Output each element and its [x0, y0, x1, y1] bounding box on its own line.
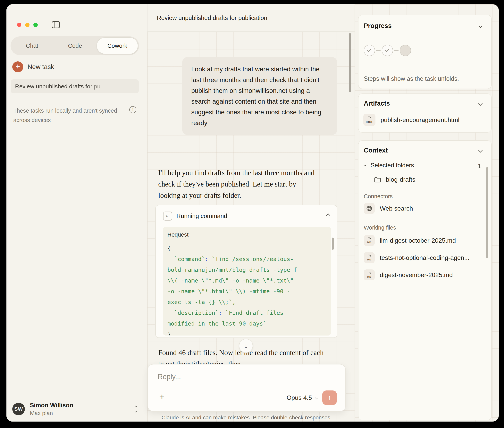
working-file-name: tests-not-optional-coding-agen... [380, 254, 469, 261]
context-card: Context Selected folders 1 blog-drafts C… [358, 140, 492, 420]
artifacts-title: Artifacts [364, 100, 390, 107]
avatar: SW [12, 403, 25, 415]
step-connector [376, 50, 381, 51]
folder-icon [374, 177, 381, 183]
working-file-item[interactable]: MD llm-digest-october-2025.md [364, 235, 456, 246]
sync-note: These tasks run locally and aren't synce… [13, 106, 126, 125]
md-file-icon: MD [364, 269, 375, 280]
window-zoom-button[interactable] [33, 23, 38, 27]
progress-steps [364, 45, 411, 56]
conversation-panel: Review unpublished drafts for publicatio… [147, 4, 355, 421]
tab-code[interactable]: Code [54, 36, 96, 55]
request-label: Request [168, 231, 327, 238]
account-menu[interactable]: SW Simon Willison Max plan [12, 401, 141, 417]
ai-disclaimer: Claude is AI and can make mistakes. Plea… [147, 414, 346, 421]
assistant-message: I'll help you find drafts from the last … [158, 167, 316, 201]
tab-cowork[interactable]: Cowork [96, 37, 138, 54]
progress-title: Progress [364, 22, 392, 30]
profile-name: Simon Willison [30, 402, 135, 409]
folder-item[interactable]: blog-drafts [374, 176, 415, 183]
connector-item[interactable]: Web search [364, 203, 413, 214]
md-file-icon: MD [364, 235, 375, 246]
selected-folders-label: Selected folders [371, 162, 414, 169]
code-scrollbar[interactable] [332, 238, 334, 250]
plus-icon: + [12, 61, 23, 72]
step-done-icon [364, 45, 375, 56]
chevron-down-icon [363, 163, 367, 166]
chevron-down-icon[interactable] [478, 101, 482, 105]
connectors-label: Connectors [364, 193, 393, 200]
attach-plus-icon[interactable]: + [159, 391, 165, 402]
running-command-card: >_ Running command Request { `command`: … [155, 205, 337, 338]
task-item-label: Review unpublished drafts for pu... [15, 83, 105, 90]
step-pending-icon [400, 45, 411, 56]
connector-name: Web search [380, 205, 413, 212]
working-file-name: llm-digest-october-2025.md [380, 237, 456, 244]
new-task-button[interactable]: + New task [12, 61, 54, 72]
working-file-item[interactable]: MD tests-not-optional-coding-agen... [364, 252, 469, 263]
tab-chat[interactable]: Chat [11, 36, 54, 55]
task-list-item[interactable]: Review unpublished drafts for pu... [11, 79, 139, 93]
artifacts-card: Artifacts HTML publish-encouragement.htm… [358, 93, 492, 132]
user-message-text: Look at my drafts that were started with… [191, 64, 328, 128]
command-code: { `command`: `find /sessions/zealous-bol… [168, 243, 327, 336]
chevron-up-icon[interactable] [326, 213, 330, 217]
app-window: Chat Code Cowork + New task Review unpub… [7, 4, 499, 421]
tool-card-title: Running command [176, 213, 227, 220]
html-file-icon: HTML [363, 114, 376, 126]
md-file-icon: MD [364, 252, 375, 263]
model-selector[interactable]: Opus 4.5 [287, 394, 318, 401]
artifact-item[interactable]: HTML publish-encouragement.html [363, 114, 459, 126]
window-close-button[interactable] [17, 23, 21, 27]
artifact-name: publish-encouragement.html [381, 116, 459, 123]
scroll-to-bottom-button[interactable]: ↓ [239, 339, 253, 353]
chevron-down-icon[interactable] [478, 24, 482, 28]
panel-scrollbar[interactable] [486, 167, 488, 258]
chevron-up-down-icon [135, 406, 137, 412]
conversation-header: Review unpublished drafts for publicatio… [147, 4, 355, 32]
info-icon[interactable]: i [129, 106, 136, 113]
profile-names: Simon Willison Max plan [30, 402, 135, 416]
globe-icon [364, 203, 375, 214]
chat-scrollbar[interactable] [349, 33, 351, 92]
arrow-down-icon: ↓ [244, 342, 248, 350]
chevron-down-icon[interactable] [478, 148, 482, 152]
user-message-bubble: Look at my drafts that were started with… [182, 57, 337, 135]
sidebar-toggle-icon[interactable] [52, 21, 60, 28]
working-file-item[interactable]: MD digest-november-2025.md [364, 269, 453, 280]
window-minimize-button[interactable] [25, 23, 30, 27]
progress-card: Progress Steps will show as the task unf… [358, 15, 492, 89]
chevron-down-icon [315, 396, 318, 399]
profile-plan: Max plan [30, 410, 135, 416]
page-title: Review unpublished drafts for publicatio… [157, 15, 267, 22]
reply-input[interactable]: Reply... [158, 373, 181, 381]
mode-tabs: Chat Code Cowork [11, 36, 139, 55]
request-block: Request { `command`: `find /sessions/zea… [163, 227, 331, 336]
folder-name: blog-drafts [386, 176, 415, 183]
working-file-name: digest-november-2025.md [380, 272, 453, 279]
terminal-icon: >_ [163, 212, 172, 221]
new-task-label: New task [28, 63, 54, 71]
selected-folders-count: 1 [478, 163, 481, 170]
step-connector [394, 50, 399, 51]
model-name: Opus 4.5 [287, 394, 312, 401]
selected-folders-row[interactable]: Selected folders [364, 162, 414, 169]
progress-hint: Steps will show as the task unfolds. [364, 75, 459, 82]
step-done-icon [382, 45, 393, 56]
tool-card-header[interactable]: >_ Running command [156, 205, 337, 227]
context-title: Context [364, 147, 388, 154]
send-button[interactable]: ↑ [322, 390, 337, 405]
reply-composer[interactable]: Reply... + Opus 4.5 ↑ [147, 364, 346, 412]
working-files-label: Working files [364, 224, 396, 231]
arrow-up-icon: ↑ [328, 394, 331, 402]
sidebar: Chat Code Cowork + New task Review unpub… [7, 4, 147, 421]
